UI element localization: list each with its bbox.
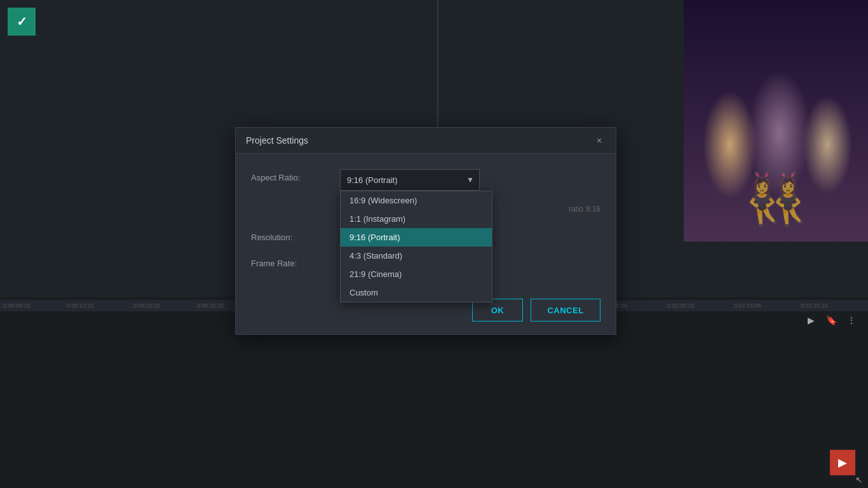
option-portrait[interactable]: 9:16 (Portrait) [341,228,492,247]
watermark-badge: ▶ [830,450,855,475]
more-icon: ⋮ [847,315,856,325]
aspect-ratio-select-display[interactable]: 9:16 (Portrait) ▼ [340,169,480,191]
play-button[interactable]: ▶ [803,313,818,328]
tick-3: 0:00:16:20 [133,302,161,309]
more-options-button[interactable]: ⋮ [844,313,859,328]
frame-rate-label: Frame Rate: [251,255,340,268]
option-custom[interactable]: Custom [341,283,492,302]
aspect-ratio-control: 9:16 (Portrait) ▼ 16:9 (Widescreen) 1:1 … [340,169,600,191]
select-dropdown-arrow: ▼ [466,175,474,184]
resolution-label: Resolution: [251,229,340,242]
aspect-ratio-select-wrapper: 9:16 (Portrait) ▼ 16:9 (Widescreen) 1:1 … [340,169,480,191]
bookmark-icon: 🔖 [826,315,837,325]
option-widescreen[interactable]: 16:9 (Widescreen) [341,191,492,210]
cursor-icon: ↖ [855,475,863,485]
option-cinema[interactable]: 21:9 (Cinema) [341,265,492,283]
tick-11: 0:02:05:10 [667,302,695,309]
timeline-toolbar: ▶ 🔖 ⋮ [801,310,862,330]
checkmark-indicator: ✓ [8,8,36,36]
tick-12: 0:02:15:05 [734,302,761,309]
bookmark-button[interactable]: 🔖 [824,313,839,328]
aspect-ratio-selected-value: 9:16 (Portrait) [347,175,397,185]
play-icon: ▶ [808,315,815,325]
aspect-ratio-label: Aspect Ratio: [251,169,340,182]
aspect-ratio-row: Aspect Ratio: 9:16 (Portrait) ▼ 16:9 (Wi… [251,169,600,191]
tick-1: 0:00:08:10 [3,302,31,309]
preview-image [684,0,868,241]
tick-2: 0:00:12:15 [67,302,94,309]
dialog-title: Project Settings [246,135,308,146]
dialog-body: Aspect Ratio: 9:16 (Portrait) ▼ 16:9 (Wi… [236,154,616,291]
cancel-button[interactable]: CANCEL [531,299,600,322]
watermark-icon: ▶ [838,456,847,470]
aspect-ratio-dropdown: 16:9 (Widescreen) 1:1 (Instagram) 9:16 (… [340,191,492,302]
resolution-hint: ratio 9:16 [569,205,600,214]
dialog-titlebar: Project Settings × [236,128,616,154]
tick-4: 0:00:20:25 [197,302,224,309]
option-instagram[interactable]: 1:1 (Instagram) [341,210,492,228]
project-settings-dialog: Project Settings × Aspect Ratio: 9:16 (P… [235,127,616,335]
dialog-close-button[interactable]: × [593,134,606,147]
checkmark-icon: ✓ [17,14,27,29]
preview-panel [684,0,868,241]
option-standard[interactable]: 4:3 (Standard) [341,247,492,265]
tick-13: 0:02:25:10 [801,302,828,309]
